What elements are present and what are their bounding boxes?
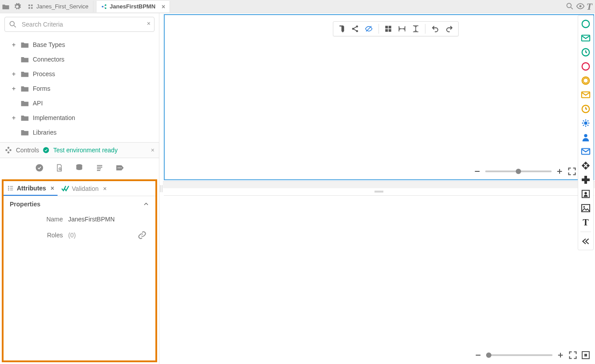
tab-validation-label: Validation bbox=[72, 185, 98, 192]
attributes-icon bbox=[7, 185, 14, 192]
zoom-out-icon[interactable] bbox=[475, 352, 482, 359]
save-file-icon[interactable] bbox=[338, 25, 346, 33]
svg-point-39 bbox=[584, 192, 587, 194]
controls-status: Test environment ready bbox=[53, 147, 118, 154]
vertical-splitter[interactable] bbox=[159, 13, 163, 364]
share-icon[interactable] bbox=[351, 25, 359, 33]
tab-editor-close-icon[interactable]: × bbox=[162, 3, 165, 10]
service-task-icon[interactable] bbox=[580, 117, 592, 129]
collapse-palette-icon[interactable] bbox=[580, 236, 592, 247]
project-view-icon[interactable] bbox=[0, 1, 12, 12]
user-task-icon[interactable] bbox=[580, 132, 592, 143]
zoom-slider[interactable] bbox=[485, 170, 552, 172]
eye-off-icon[interactable] bbox=[364, 25, 373, 33]
svg-point-3 bbox=[567, 3, 571, 8]
controls-close-icon[interactable]: × bbox=[151, 147, 155, 154]
tree-item-api[interactable]: API bbox=[0, 96, 159, 110]
tree-label: Libraries bbox=[33, 129, 57, 136]
svg-point-9 bbox=[8, 151, 10, 154]
intermediate-event-icon[interactable] bbox=[580, 75, 592, 86]
svg-point-11 bbox=[35, 164, 43, 172]
svg-point-17 bbox=[8, 186, 9, 187]
horizontal-splitter[interactable]: ══ bbox=[163, 188, 595, 194]
tab-project[interactable]: Janes_First_Service bbox=[23, 1, 93, 12]
tree-item-forms[interactable]: +Forms bbox=[0, 81, 159, 96]
tab-validation[interactable]: Validation × bbox=[58, 181, 110, 196]
list-icon[interactable] bbox=[95, 164, 104, 172]
timer-intermediate-icon[interactable] bbox=[580, 103, 592, 115]
search-mag-icon bbox=[8, 20, 17, 29]
participant-icon[interactable] bbox=[580, 188, 592, 200]
roles-value: (0) bbox=[68, 232, 76, 239]
svg-point-7 bbox=[9, 149, 12, 151]
tree-label: API bbox=[33, 100, 43, 107]
message-intermediate-icon[interactable] bbox=[580, 89, 592, 101]
grid-icon[interactable] bbox=[384, 25, 392, 33]
tag-icon[interactable] bbox=[116, 164, 124, 171]
svg-rect-25 bbox=[385, 29, 388, 32]
timer-start-icon[interactable] bbox=[580, 46, 592, 58]
undo-icon[interactable] bbox=[431, 25, 440, 33]
image-icon[interactable] bbox=[580, 202, 592, 214]
end-event-icon[interactable] bbox=[580, 61, 592, 72]
controls-title: Controls bbox=[16, 147, 39, 154]
zoom-out-icon[interactable] bbox=[474, 168, 481, 175]
tab-attributes[interactable]: Attributes × bbox=[4, 181, 58, 196]
sidebar: × +Base Types Connectors +Process +Forms… bbox=[0, 13, 159, 364]
zoom-in-icon[interactable] bbox=[557, 352, 564, 359]
roles-label: Roles bbox=[10, 232, 63, 239]
message-start-icon[interactable] bbox=[580, 32, 592, 44]
properties-heading: Properties bbox=[10, 201, 40, 208]
search-icon[interactable] bbox=[565, 2, 574, 12]
database-icon[interactable] bbox=[75, 163, 84, 172]
eye-icon[interactable] bbox=[576, 2, 585, 12]
svg-point-6 bbox=[5, 149, 8, 151]
fullscreen-icon[interactable] bbox=[568, 167, 576, 176]
folder-icon bbox=[20, 70, 29, 78]
tree-item-base-types[interactable]: +Base Types bbox=[0, 37, 159, 52]
inspect-doc-icon[interactable] bbox=[55, 163, 63, 172]
message-task-icon[interactable] bbox=[580, 146, 592, 157]
text-annotation-icon[interactable]: T bbox=[580, 217, 592, 228]
bpmn-canvas-upper[interactable] bbox=[164, 14, 594, 180]
search-box: × bbox=[4, 17, 155, 32]
gear-icon[interactable] bbox=[12, 1, 23, 12]
tree-item-connectors[interactable]: Connectors bbox=[0, 52, 159, 66]
redo-icon[interactable] bbox=[445, 25, 454, 33]
tree-item-libraries[interactable]: Libraries bbox=[0, 125, 159, 139]
tree-item-implementation[interactable]: +Implementation bbox=[0, 110, 159, 125]
plus-gateway-icon[interactable] bbox=[580, 174, 592, 186]
link-icon[interactable] bbox=[138, 231, 147, 240]
folder-icon bbox=[20, 41, 29, 49]
zoom-slider[interactable] bbox=[486, 354, 552, 356]
tab-attributes-close-icon[interactable]: × bbox=[50, 185, 54, 192]
zoom-in-icon[interactable] bbox=[556, 168, 563, 175]
fit-width-icon[interactable] bbox=[398, 25, 406, 33]
folder-icon bbox=[20, 55, 29, 63]
validate-icon[interactable] bbox=[35, 163, 44, 172]
bpmn-canvas-lower[interactable] bbox=[164, 195, 594, 364]
tree-label: Forms bbox=[33, 85, 50, 92]
tab-validation-close-icon[interactable]: × bbox=[103, 185, 107, 192]
svg-point-5 bbox=[10, 21, 14, 26]
horizontal-scrollbar[interactable] bbox=[163, 181, 595, 188]
svg-rect-26 bbox=[389, 29, 391, 32]
fit-height-icon[interactable] bbox=[412, 24, 420, 33]
tree-item-process[interactable]: +Process bbox=[0, 66, 159, 81]
collapse-chevron-icon[interactable] bbox=[143, 201, 149, 207]
tab-editor[interactable]: JanesFirstBPMN × bbox=[96, 1, 170, 12]
svg-point-1 bbox=[105, 4, 107, 6]
gateway-icon[interactable] bbox=[580, 160, 592, 171]
svg-point-4 bbox=[579, 5, 581, 7]
fullscreen-icon[interactable] bbox=[568, 351, 577, 360]
separator bbox=[379, 24, 379, 34]
fit-icon[interactable] bbox=[582, 351, 590, 359]
tree-label: Connectors bbox=[33, 56, 65, 63]
separator bbox=[425, 24, 425, 34]
start-event-icon[interactable] bbox=[580, 18, 592, 30]
svg-point-14 bbox=[117, 167, 118, 168]
search-clear-icon[interactable]: × bbox=[147, 20, 151, 27]
name-value: JanesFirstBPMN bbox=[68, 216, 115, 223]
search-input[interactable] bbox=[21, 20, 141, 28]
text-tool-icon[interactable]: T bbox=[587, 2, 592, 12]
